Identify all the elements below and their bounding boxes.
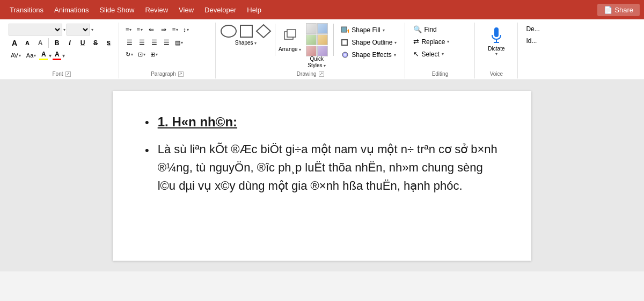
font-group: ▾ ▾ A A A B I: [4, 23, 119, 78]
columns-btn[interactable]: ▤ ▾: [173, 38, 185, 48]
share-button[interactable]: 📄 Share: [597, 4, 640, 16]
voice-group-label: Voice: [479, 70, 513, 78]
menu-view[interactable]: View: [173, 4, 199, 16]
bullet-text-1[interactable]: 1. H«n nh©n:: [158, 112, 499, 132]
share-label: Share: [614, 6, 633, 14]
font-size-select[interactable]: [67, 24, 90, 35]
svg-rect-5: [341, 27, 347, 32]
menu-review[interactable]: Review: [140, 4, 173, 16]
rect-shape[interactable]: [239, 24, 254, 39]
shape-outline-btn[interactable]: Shape Outline ▾: [337, 37, 400, 48]
underline-btn[interactable]: U: [77, 37, 89, 49]
svg-point-7: [342, 52, 348, 58]
align-text-btn[interactable]: ⊡ ▾: [136, 49, 148, 60]
bullet-dot-2: •: [145, 141, 149, 159]
text-direction-btn[interactable]: ↻ ▾: [123, 49, 135, 60]
paragraph-group: ≡ ▾ ≡ ▾ ⇐ ⇒ ≡ ▾ ↕ ▾ ☰ ☰ ☰ ☰ ▤ ▾: [119, 23, 216, 78]
font-group-expand[interactable]: ↗: [65, 71, 71, 77]
increase-indent-btn[interactable]: ⇒: [158, 24, 170, 35]
arrange-icon: [282, 27, 297, 42]
bullets-btn[interactable]: ≡ ▾: [123, 25, 134, 34]
editing-group: 🔍 Find ⇄ Replace ▾ ↖ Select ▾: [405, 23, 475, 78]
shape-effects-icon: [341, 51, 349, 59]
slide-content: • 1. H«n nh©n: • Là sù liªn kÕt ®Æc biÖt…: [145, 112, 499, 195]
shape-fill-btn[interactable]: Shape Fill ▾: [337, 25, 400, 35]
share-icon: 📄: [604, 6, 612, 14]
replace-btn[interactable]: ⇄ Replace ▾: [409, 36, 453, 47]
font-color-dropdown[interactable]: ▾: [62, 53, 65, 59]
drawing-group-label: Drawing ↗: [220, 70, 400, 78]
select-btn[interactable]: ↖ Select ▾: [409, 48, 453, 60]
font-name-select[interactable]: [9, 24, 62, 35]
quick-styles-grid[interactable]: [306, 23, 328, 56]
body-text: Là sù liªn kÕt ®Æc biÖt gi÷a một nam vụ …: [158, 142, 497, 192]
shapes-btn[interactable]: Shapes ▾: [235, 40, 257, 46]
find-btn[interactable]: 🔍 Find: [409, 24, 453, 35]
design-btn[interactable]: De...: [522, 24, 543, 34]
italic-btn[interactable]: I: [64, 37, 76, 49]
bullet-item-1: • 1. H«n nh©n:: [145, 112, 499, 132]
decrease-indent-btn[interactable]: ⇐: [145, 24, 157, 35]
paragraph-group-expand[interactable]: ↗: [178, 71, 184, 77]
menu-help[interactable]: Help: [241, 4, 267, 16]
line-spacing-btn[interactable]: ↕ ▾: [181, 25, 191, 34]
menubar: Transitions Animations Slide Show Review…: [0, 0, 644, 19]
editing-group-label: Editing: [409, 70, 470, 78]
svg-rect-6: [342, 40, 347, 45]
design-group: De... Id...: [518, 23, 547, 78]
justify-btn[interactable]: ☰: [160, 37, 172, 48]
content-area: • 1. H«n nh©n: • Là sù liªn kÕt ®Æc biÖt…: [0, 80, 644, 271]
numbering-btn[interactable]: ≡ ▾: [134, 25, 144, 34]
svg-rect-4: [287, 30, 296, 37]
drawing-sep1: [275, 24, 275, 56]
bullet-item-2: • Là sù liªn kÕt ®Æc biÖt gi÷a một nam v…: [145, 140, 499, 195]
dictate-dropdown[interactable]: ▾: [495, 52, 497, 56]
dictate-label: Dictate: [488, 46, 504, 52]
select-icon: ↖: [413, 50, 419, 58]
align-right-btn[interactable]: ☰: [148, 37, 160, 48]
change-case-btn[interactable]: Aa ▾: [24, 51, 38, 60]
drawing-sep2: [333, 24, 334, 56]
drawing-group-expand[interactable]: ↗: [319, 71, 324, 77]
shadow-btn[interactable]: S: [103, 37, 114, 49]
highlight-btn[interactable]: A: [39, 51, 48, 60]
menu-transitions[interactable]: Transitions: [4, 4, 49, 16]
font-dropdown-arrow: ▾: [63, 27, 65, 32]
character-spacing-btn[interactable]: AV ▾: [9, 51, 23, 60]
bold-btn[interactable]: B: [51, 37, 63, 49]
highlight-dropdown[interactable]: ▾: [49, 53, 52, 59]
menu-slideshow[interactable]: Slide Show: [94, 4, 140, 16]
clear-format-btn[interactable]: A: [34, 37, 46, 49]
svg-point-0: [221, 25, 236, 37]
arrange-btn[interactable]: Arrange ▾: [279, 46, 301, 52]
svg-rect-1: [240, 25, 252, 37]
design-group-label: [522, 76, 543, 78]
menu-animations[interactable]: Animations: [49, 4, 94, 16]
font-color-btn[interactable]: A: [53, 51, 61, 60]
slide-canvas: • 1. H«n nh©n: • Là sù liªn kÕt ®Æc biÖt…: [113, 91, 531, 261]
diamond-shape[interactable]: [255, 24, 272, 39]
strikethrough-btn[interactable]: S: [90, 37, 101, 49]
oval-shape[interactable]: [220, 24, 237, 39]
shape-effects-btn[interactable]: Shape Effects ▾: [337, 49, 400, 60]
list-btn[interactable]: ≡ ▾: [170, 25, 180, 34]
bullet-text-2[interactable]: Là sù liªn kÕt ®Æc biÖt gi÷a một nam vụ …: [158, 140, 499, 195]
quick-styles-btn[interactable]: Quick Styles ▾: [308, 56, 326, 69]
microphone-icon: [489, 26, 504, 46]
drawing-group: Shapes ▾ Arrange ▾: [216, 23, 405, 78]
smartart-btn[interactable]: ⊞ ▾: [148, 49, 160, 60]
ribbon: ▾ ▾ A A A B I: [0, 19, 644, 80]
svg-rect-8: [494, 27, 499, 37]
shape-fill-icon: [341, 26, 349, 34]
dictate-btn[interactable]: Dictate ▾: [483, 24, 509, 59]
menu-developer[interactable]: Developer: [199, 4, 241, 16]
font-group-label: Font ↗: [9, 70, 114, 78]
align-center-btn[interactable]: ☰: [136, 37, 148, 48]
find-icon: 🔍: [413, 25, 422, 33]
align-left-btn[interactable]: ☰: [123, 37, 135, 48]
design-id-btn[interactable]: Id...: [522, 35, 543, 46]
shrink-font-btn[interactable]: A: [21, 37, 33, 49]
grow-font-btn[interactable]: A: [9, 37, 20, 49]
heading-text: 1. H«n nh©n:: [158, 114, 237, 129]
svg-marker-2: [257, 25, 270, 38]
